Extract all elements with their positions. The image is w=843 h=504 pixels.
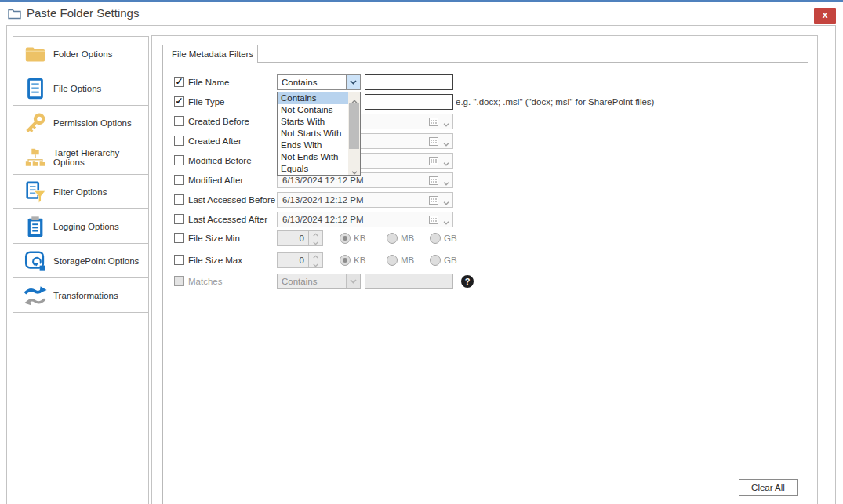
dropdown-scrollbar[interactable] [348,92,360,175]
spinner-arrows-icon [309,252,323,268]
scroll-up-icon[interactable] [348,92,360,103]
calendar-icon [429,215,438,226]
matches-operator-combobox: Contains [277,274,361,289]
calendar-icon [429,176,438,187]
sidebar-item-label: Filter Options [53,187,107,197]
file-size-min-mb-radio [387,233,398,244]
last-accessed-before-checkbox[interactable] [174,194,184,205]
chevron-down-icon [443,198,449,207]
last-accessed-before-label: Last Accessed Before [188,192,275,208]
sidebar-item-label: StoragePoint Options [53,256,139,266]
file-size-min-gb-radio [430,233,441,244]
sidebar-item-filter-options[interactable]: Filter Options [13,175,148,209]
file-size-min-label: File Size Min [188,230,240,246]
sidebar-item-label: Permission Options [53,118,132,128]
sidebar-item-label: File Options [53,84,101,93]
created-before-checkbox[interactable] [174,116,184,126]
chevron-down-icon [443,178,449,187]
spinner-arrows-icon [309,230,323,246]
file-size-min-kb-radio [340,233,351,244]
calendar-icon [429,156,438,167]
created-after-checkbox[interactable] [174,136,184,146]
file-size-max-checkbox[interactable] [174,255,184,265]
modified-after-checkbox[interactable] [174,175,184,185]
clear-all-button[interactable]: Clear All [739,479,798,496]
chevron-down-icon [443,139,449,148]
clipboard-icon [24,215,47,238]
created-after-label: Created After [188,133,242,149]
chevron-down-icon [443,119,449,129]
filter-icon [24,180,47,204]
folder-outline-icon [8,9,21,23]
chevron-down-icon [443,217,449,227]
sidebar-item-label: Logging Options [53,222,119,231]
sidebar-item-label: Folder Options [53,49,112,59]
file-size-max-value: 0 [277,252,309,268]
file-metadata-filters-page: ✓ File Name Contains ✓ File Type Contain… [162,62,808,504]
file-size-min-value: 0 [277,230,309,246]
modified-before-label: Modified Before [188,153,252,169]
sidebar-item-label: Target Hierarchy Options [53,148,148,167]
sidebar-item-permission-options[interactable]: Permission Options [13,106,148,140]
help-icon[interactable]: ? [461,275,474,288]
modified-before-checkbox[interactable] [174,155,184,165]
window-title: Paste Folder Settings [27,6,139,20]
scroll-down-icon[interactable] [348,164,360,175]
gb-label: GB [444,230,457,246]
matches-checkbox [174,276,184,286]
matches-label: Matches [188,274,222,289]
calendar-icon [429,136,438,147]
mb-label: MB [401,230,414,246]
sidebar: Folder Options File Options Permission O… [13,36,149,504]
mb-label: MB [401,252,414,268]
calendar-icon [429,195,438,206]
sidebar-item-transformations[interactable]: Transformations [13,278,148,313]
matches-value-input [365,274,453,289]
last-accessed-after-checkbox[interactable] [174,214,184,224]
file-type-value-input[interactable] [365,94,453,110]
chevron-down-icon [346,274,360,288]
transform-arrows-icon [24,284,47,307]
kb-label: KB [354,252,365,268]
kb-label: KB [354,230,365,246]
calendar-icon [429,117,438,128]
file-type-checkbox[interactable]: ✓ [174,96,184,107]
tab-file-metadata-filters[interactable]: File Metadata Filters [162,45,258,63]
close-button[interactable]: x [814,8,836,24]
modified-after-label: Modified After [188,172,243,188]
storage-sync-icon [24,249,47,273]
last-accessed-after-date-field: 6/13/2024 12:12 PM [277,212,453,227]
gb-label: GB [444,252,457,268]
file-name-label: File Name [188,74,229,90]
file-size-min-checkbox[interactable] [174,233,184,243]
file-size-max-kb-radio [340,255,351,266]
operator-dropdown-list: Contains Not Contains Starts With Not St… [277,92,361,176]
file-name-operator-combobox[interactable]: Contains [277,74,361,90]
key-icon [24,111,47,135]
sidebar-item-storagepoint-options[interactable]: StoragePoint Options [13,244,148,278]
last-accessed-before-date-field: 6/13/2024 12:12 PM [277,192,453,208]
file-name-checkbox[interactable]: ✓ [174,77,184,87]
title-bar: Paste Folder Settings x [0,2,843,25]
sidebar-item-logging-options[interactable]: Logging Options [13,209,148,244]
file-size-max-label: File Size Max [188,252,242,268]
chevron-down-icon[interactable] [346,75,360,89]
sidebar-item-folder-options[interactable]: Folder Options [13,37,148,71]
sidebar-item-file-options[interactable]: File Options [13,71,148,106]
sidebar-item-target-hierarchy-options[interactable]: Target Hierarchy Options [13,140,148,175]
file-size-max-mb-radio [387,255,398,266]
file-name-value-input[interactable] [365,74,453,90]
file-size-max-gb-radio [430,255,441,266]
chevron-down-icon [443,158,449,168]
scrollbar-thumb[interactable] [349,103,359,149]
file-type-label: File Type [188,94,224,110]
last-accessed-after-label: Last Accessed After [188,212,267,227]
folder-icon [24,42,47,66]
document-icon [24,77,47,100]
created-before-label: Created Before [188,114,249,129]
file-type-hint: e.g. ".docx; .msi" ("docx; msi" for Shar… [456,94,654,110]
sidebar-item-label: Transformations [53,291,118,300]
hierarchy-icon [24,146,47,169]
